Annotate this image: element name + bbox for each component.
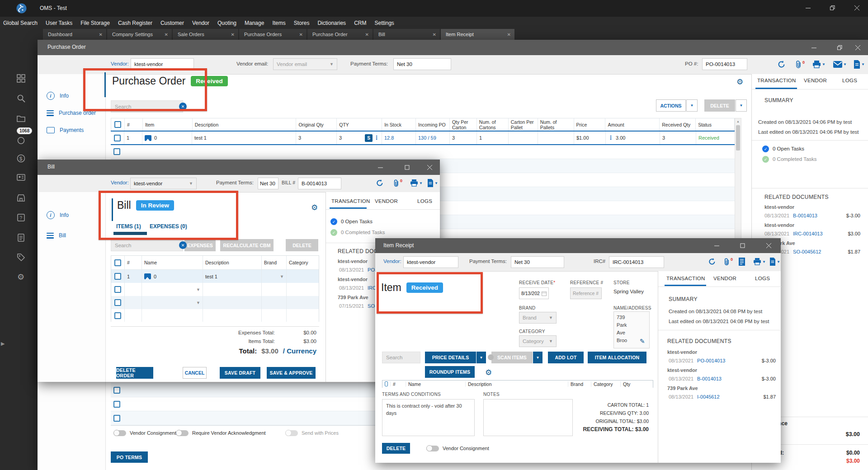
row-checkbox[interactable] [114, 286, 121, 293]
tab-purchase-orders[interactable]: Purchase Orders✕ [239, 29, 307, 40]
ir-irc-input[interactable]: IRC-0014013 [609, 256, 664, 268]
bill-delete-button[interactable]: DELETE [286, 239, 318, 251]
print-icon[interactable]: ▼ [812, 61, 826, 68]
row-checkbox[interactable] [114, 135, 121, 141]
ir-vendor-consignment-toggle[interactable] [426, 446, 439, 451]
bill-maximize-button[interactable] [396, 160, 417, 175]
chevron-down-icon[interactable]: ▼ [196, 301, 200, 305]
po-number-input[interactable]: PO-0014013 [702, 58, 747, 70]
rail-expander-icon[interactable]: ▶ [1, 341, 5, 347]
refresh-icon[interactable] [376, 179, 384, 187]
po-settings-gear-icon[interactable]: ⚙ [736, 77, 743, 87]
ir-delete-button[interactable]: DELETE [382, 443, 410, 454]
receive-date-input[interactable]: 8/13/202 [519, 287, 549, 299]
dashboard-icon[interactable] [15, 72, 27, 84]
refresh-icon[interactable] [777, 60, 786, 69]
edit-pencil-icon[interactable]: ✎ [640, 338, 645, 345]
bill-delete-order-button[interactable]: DELETE ORDER [116, 367, 153, 379]
bill-save-draft-button[interactable]: SAVE DRAFT [220, 367, 260, 379]
price-details-button[interactable]: PRICE DETAILS [425, 352, 476, 363]
in-stock-link[interactable]: 12.8 [382, 132, 416, 144]
export-document-icon[interactable]: ▼ [427, 179, 438, 187]
select-all-checkbox[interactable] [114, 121, 121, 128]
search-icon[interactable] [15, 92, 27, 104]
stock-tag-badge[interactable]: S [365, 134, 373, 142]
ir-maximize-button[interactable] [732, 238, 753, 253]
files-icon[interactable] [15, 112, 27, 124]
tab-company-settings[interactable]: Company Settings✕ [107, 29, 172, 40]
ir-panel-tab-transaction[interactable]: TRANSACTION [666, 276, 705, 281]
bill-table-empty-row[interactable] [111, 309, 319, 322]
reference-input[interactable]: Reference # [570, 287, 602, 299]
contacts-icon[interactable] [15, 171, 27, 183]
tab-close-icon[interactable]: ✕ [299, 32, 303, 37]
bill-table-empty-row[interactable]: ▼ [111, 283, 319, 296]
tab-close-icon[interactable]: ✕ [507, 32, 511, 37]
refresh-icon[interactable] [708, 258, 716, 266]
menu-stores[interactable]: Stores [293, 20, 310, 26]
print-icon[interactable]: ▼ [753, 258, 766, 265]
bill-panel-tab-logs[interactable]: LOGS [417, 198, 432, 204]
tab-sale-orders[interactable]: Sale Orders✕ [173, 29, 239, 40]
related-doc-link[interactable]: SO-0045612 [793, 249, 821, 254]
menu-crm[interactable]: CRM [354, 20, 367, 26]
menu-quoting[interactable]: Quoting [217, 20, 237, 26]
select-all-checkbox[interactable] [114, 259, 121, 266]
menu-manage[interactable]: Manage [244, 20, 264, 26]
po-open-tasks[interactable]: 0 Open Tasks [773, 146, 804, 151]
related-doc-link[interactable]: PO-0014013 [697, 358, 725, 363]
row-checkbox[interactable] [114, 299, 121, 306]
bill-panel-tab-vendor[interactable]: VENDOR [375, 198, 398, 204]
add-lot-button[interactable]: ADD LOT [548, 352, 584, 363]
scan-items-dropdown[interactable]: ▼ [533, 352, 542, 363]
tab-bill[interactable]: Bill✕ [373, 29, 440, 40]
email-icon[interactable]: ▼ [833, 61, 847, 68]
terms-conditions-box[interactable]: This is contract only - void after 30 da… [382, 399, 475, 436]
print-icon[interactable]: ▼ [410, 179, 423, 187]
bill-minimize-button[interactable] [370, 160, 391, 175]
scrollbar-thumb[interactable] [736, 125, 740, 150]
po-delete-dropdown[interactable]: ▼ [736, 99, 747, 112]
bill-cancel-button[interactable]: CANCEL [183, 367, 207, 379]
item-allocation-button[interactable]: ITEM ALLOCATION [588, 352, 646, 363]
bill-recalculate-cbm-button[interactable]: RECALCULATE CBM [220, 239, 274, 251]
chevron-down-icon[interactable]: ▼ [280, 274, 284, 279]
orders-icon[interactable]: ? [15, 212, 27, 223]
bill-completed-tasks[interactable]: 0 Completed Tasks [341, 230, 385, 235]
vendor-consignment-toggle[interactable] [113, 430, 126, 436]
attachments-icon[interactable]: 0 [723, 258, 733, 266]
related-doc-link[interactable]: B-0014013 [697, 376, 722, 381]
row-menu-icon[interactable]: ⋮ [374, 135, 379, 141]
po-minimize-button[interactable] [803, 40, 824, 55]
notes-box[interactable] [483, 399, 573, 436]
ir-panel-tab-vendor[interactable]: VENDOR [713, 276, 736, 281]
related-doc-link[interactable]: B-0014013 [793, 213, 817, 218]
roundup-items-button[interactable]: ROUNDUP ITEMS [425, 366, 475, 378]
menu-settings[interactable]: Settings [374, 20, 394, 26]
bill-expenses-button[interactable]: EXPENSES [184, 239, 216, 251]
category-select[interactable]: Category▼ [519, 335, 557, 347]
scroll-up-icon[interactable]: ▲ [735, 118, 741, 125]
bill-settings-gear-icon[interactable]: ⚙ [311, 203, 318, 212]
menu-global-search[interactable]: Global Search [3, 20, 38, 26]
tab-close-icon[interactable]: ✕ [99, 32, 103, 37]
po-close-button[interactable] [847, 40, 868, 55]
menu-items[interactable]: Items [272, 20, 286, 26]
send-with-prices-toggle[interactable] [285, 430, 298, 436]
row-checkbox[interactable] [113, 148, 120, 155]
require-ack-toggle[interactable] [176, 430, 189, 436]
po-completed-tasks[interactable]: 0 Completed Tasks [773, 156, 817, 162]
payments-icon[interactable]: $ [15, 152, 27, 164]
clear-search-icon[interactable]: ✕ [179, 241, 187, 249]
app-maximize-button[interactable] [822, 0, 843, 15]
app-close-button[interactable] [846, 0, 867, 15]
po-panel-tab-logs[interactable]: LOGS [842, 78, 857, 83]
po-table-row[interactable]: 1 0 test 1 3 3S⋮ 12.8 130 / 59 3 1 $1.00… [111, 131, 735, 145]
row-checkbox[interactable] [113, 401, 120, 408]
row-checkbox[interactable] [113, 387, 120, 394]
bill-terms-input[interactable]: Net 30 [258, 178, 278, 189]
incoming-po-link[interactable]: 130 / 59 [416, 132, 450, 144]
price-details-dropdown[interactable]: ▼ [476, 352, 486, 363]
po-actions-dropdown[interactable]: ▼ [686, 99, 698, 112]
menu-customer[interactable]: Customer [160, 20, 184, 26]
